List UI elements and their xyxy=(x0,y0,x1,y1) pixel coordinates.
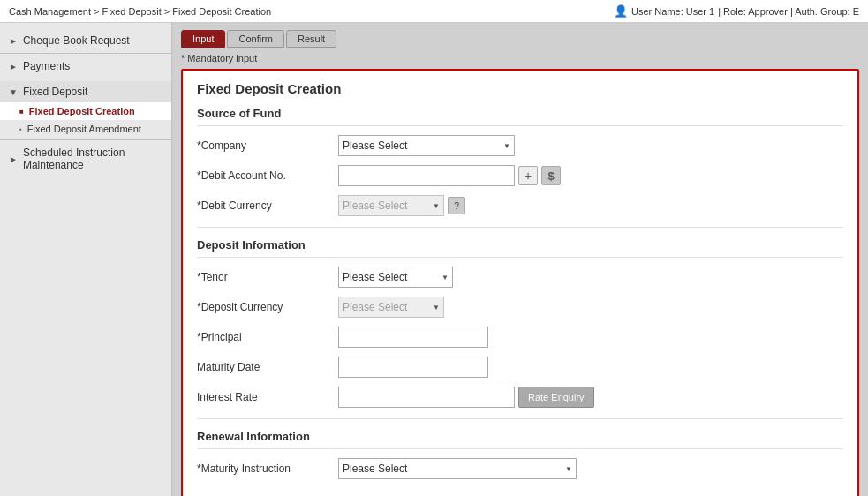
chevron-down-icon: ▼ xyxy=(9,87,18,97)
company-control: Please Select xyxy=(338,135,515,156)
maturity-instruction-label: *Maturity Instruction xyxy=(197,462,338,475)
maturity-instruction-control: Please Select xyxy=(338,458,577,479)
debit-account-control: + $ xyxy=(338,165,561,186)
interest-rate-input[interactable] xyxy=(338,387,515,408)
maturity-instruction-select-wrapper[interactable]: Please Select xyxy=(338,458,577,479)
main-layout: ► Cheque Book Request ► Payments ▼ Fixed… xyxy=(0,23,868,496)
tenor-select[interactable]: Please Select xyxy=(338,267,453,288)
sidebar-item-label: Cheque Book Request xyxy=(23,34,130,47)
rate-enquiry-button[interactable]: Rate Enquiry xyxy=(518,387,594,408)
debit-currency-row: *Debit Currency Please Select ? xyxy=(197,195,843,216)
interest-rate-row: Interest Rate Rate Enquiry xyxy=(197,387,843,408)
maturity-date-label: Maturity Date xyxy=(197,361,338,373)
maturity-date-row: Maturity Date xyxy=(197,357,843,378)
principal-control xyxy=(338,327,488,348)
username: User Name: User 1 xyxy=(631,6,714,17)
tab-input[interactable]: Input xyxy=(181,30,225,48)
deposit-currency-row: *Deposit Currency Please Select xyxy=(197,297,843,318)
interest-rate-control: Rate Enquiry xyxy=(338,387,594,408)
tenor-control: Please Select xyxy=(338,267,453,288)
principal-input[interactable] xyxy=(338,327,488,348)
debit-account-input[interactable] xyxy=(338,165,515,186)
sidebar-item-label: Scheduled Instruction Maintenance xyxy=(23,147,162,171)
deposit-currency-select-wrapper[interactable]: Please Select xyxy=(338,297,444,318)
tenor-label: *Tenor xyxy=(197,271,338,283)
maturity-date-control xyxy=(338,357,488,378)
maturity-date-input[interactable] xyxy=(338,357,488,378)
add-account-button[interactable]: + xyxy=(518,166,538,185)
section-source-of-fund: Source of Fund xyxy=(197,107,843,126)
role-info: | Role: Approver | Auth. Group: E xyxy=(718,6,859,17)
maturity-instruction-select[interactable]: Please Select xyxy=(338,458,577,479)
company-row: *Company Please Select xyxy=(197,135,843,156)
tab-confirm[interactable]: Confirm xyxy=(227,30,284,48)
dollar-button[interactable]: $ xyxy=(541,166,561,185)
mandatory-note: * Mandatory input xyxy=(181,53,859,64)
section-renewal-info: Renewal Information xyxy=(197,430,843,449)
sidebar: ► Cheque Book Request ► Payments ▼ Fixed… xyxy=(0,23,172,496)
company-label: *Company xyxy=(197,139,338,152)
sidebar-item-payments[interactable]: ► Payments xyxy=(0,56,171,77)
chevron-right-icon: ► xyxy=(9,154,18,164)
deposit-currency-control: Please Select xyxy=(338,297,444,318)
section-deposit-info: Deposit Information xyxy=(197,238,843,258)
debit-account-row: *Debit Account No. + $ xyxy=(197,165,843,186)
company-select-wrapper[interactable]: Please Select xyxy=(338,135,515,156)
company-select[interactable]: Please Select xyxy=(338,135,515,156)
sidebar-item-fd-creation[interactable]: Fixed Deposit Creation xyxy=(0,102,171,120)
debit-account-label: *Debit Account No. xyxy=(197,169,338,182)
panel-title: Fixed Deposit Creation xyxy=(197,81,843,96)
sidebar-item-label: Fixed Deposit xyxy=(23,86,87,98)
interest-rate-label: Interest Rate xyxy=(197,391,338,403)
chevron-right-icon: ► xyxy=(9,62,18,71)
section-separator-2 xyxy=(197,418,843,419)
tab-bar: Input Confirm Result xyxy=(181,30,859,48)
content-area: Input Confirm Result * Mandatory input F… xyxy=(172,23,868,496)
deposit-currency-label: *Deposit Currency xyxy=(197,301,338,313)
sidebar-item-scheduled-instruction[interactable]: ► Scheduled Instruction Maintenance xyxy=(0,142,171,176)
principal-row: *Principal xyxy=(197,327,843,348)
principal-label: *Principal xyxy=(197,331,338,343)
tenor-select-wrapper[interactable]: Please Select xyxy=(338,267,453,288)
tab-result[interactable]: Result xyxy=(286,30,336,48)
help-button[interactable]: ? xyxy=(448,197,465,214)
sidebar-item-label: Payments xyxy=(23,60,70,72)
debit-currency-control: Please Select ? xyxy=(338,195,465,216)
chevron-right-icon: ► xyxy=(9,36,18,46)
debit-currency-label: *Debit Currency xyxy=(197,199,338,212)
breadcrumb: Cash Management > Fixed Deposit > Fixed … xyxy=(9,6,271,17)
section-separator-1 xyxy=(197,227,843,228)
deposit-currency-select[interactable]: Please Select xyxy=(338,297,444,318)
sidebar-child-label: Fixed Deposit Amendment xyxy=(27,124,141,134)
user-info: 👤 User Name: User 1 | Role: Approver | A… xyxy=(614,4,859,18)
top-bar: Cash Management > Fixed Deposit > Fixed … xyxy=(0,0,868,23)
form-panel: Fixed Deposit Creation Source of Fund *C… xyxy=(181,69,859,496)
sidebar-item-cheque-book[interactable]: ► Cheque Book Request xyxy=(0,30,171,51)
debit-currency-select-wrapper[interactable]: Please Select xyxy=(338,195,444,216)
maturity-instruction-row: *Maturity Instruction Please Select xyxy=(197,458,843,479)
user-icon: 👤 xyxy=(614,4,628,18)
debit-currency-select[interactable]: Please Select xyxy=(338,195,444,216)
sidebar-item-fd-amendment[interactable]: Fixed Deposit Amendment xyxy=(0,120,171,138)
tenor-row: *Tenor Please Select xyxy=(197,267,843,288)
sidebar-child-label: Fixed Deposit Creation xyxy=(29,106,135,116)
sidebar-item-fixed-deposit[interactable]: ▼ Fixed Deposit xyxy=(0,81,171,102)
